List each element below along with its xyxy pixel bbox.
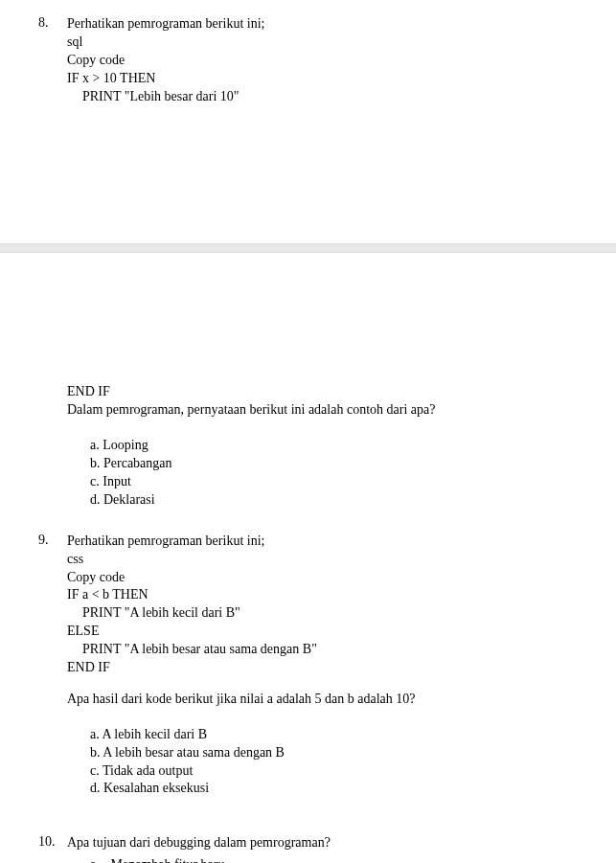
option-text: Menambah fitur baru (111, 857, 225, 863)
question-body: Perhatikan pemrograman berikut ini; css … (67, 533, 578, 799)
copy-code-label: Copy code (67, 52, 578, 70)
code-line: IF x > 10 THEN (67, 70, 578, 88)
code-line: END IF (67, 659, 578, 677)
code-line: IF a < b THEN (67, 586, 578, 604)
question-prompt: Apa hasil dari kode berikut jika nilai a… (67, 691, 578, 709)
question-8: 8. Perhatikan pemrograman berikut ini; s… (67, 15, 578, 105)
code-line: END IF (67, 383, 578, 401)
answer-options: a. A lebih kecil dari B b. A lebih besar… (67, 726, 578, 799)
code-line: ELSE (67, 623, 578, 641)
question-9: 9. Perhatikan pemrograman berikut ini; c… (67, 533, 578, 799)
option-a: a. Looping (90, 437, 578, 455)
question-number: 8. (38, 15, 49, 31)
code-line: PRINT "Lebih besar dari 10" (67, 88, 578, 106)
option-letter: a. (90, 856, 107, 863)
answer-options: a. Looping b. Percabangan c. Input d. De… (67, 437, 578, 510)
option-d: d. Kesalahan eksekusi (90, 780, 578, 798)
question-body: Perhatikan pemrograman berikut ini; sql … (67, 15, 578, 105)
question-body: END IF Dalam pemrograman, pernyataan ber… (67, 383, 578, 509)
option-d: d. Deklarasi (90, 491, 578, 510)
option-a: a. Menambah fitur baru (90, 856, 578, 863)
copy-code-label: Copy code (67, 569, 578, 587)
question-8-continued: END IF Dalam pemrograman, pernyataan ber… (67, 383, 578, 509)
answer-options: a. Menambah fitur baru b. Memperbaiki ke… (67, 856, 578, 863)
spacer (67, 821, 578, 834)
option-c: c. Input (90, 473, 578, 491)
code-lang-label: css (67, 551, 578, 569)
question-10: 10. Apa tujuan dari debugging dalam pemr… (67, 834, 578, 863)
spacer (67, 709, 578, 722)
spacer (67, 268, 578, 383)
spacer (67, 128, 578, 224)
question-intro: Perhatikan pemrograman berikut ini; (67, 533, 578, 551)
option-c: c. Tidak ada output (90, 762, 578, 781)
page-top: 8. Perhatikan pemrograman berikut ini; s… (0, 0, 616, 243)
option-a: a. A lebih kecil dari B (90, 726, 578, 744)
option-b: b. A lebih besar atau sama dengan B (90, 744, 578, 762)
question-number: 10. (38, 834, 56, 850)
code-lang-label: sql (67, 34, 578, 52)
page-bottom: END IF Dalam pemrograman, pernyataan ber… (0, 253, 616, 863)
question-body: Apa tujuan dari debugging dalam pemrogra… (67, 834, 578, 863)
page-gap (0, 243, 616, 253)
question-intro: Perhatikan pemrograman berikut ini; (67, 15, 578, 34)
spacer (67, 420, 578, 433)
code-line: PRINT "A lebih kecil dari B" (67, 604, 578, 623)
spacer (67, 677, 578, 691)
code-line: PRINT "A lebih besar atau sama dengan B" (67, 641, 578, 659)
question-prompt: Dalam pemrograman, pernyataan berikut in… (67, 401, 578, 420)
question-number: 9. (38, 533, 49, 548)
option-b: b. Percabangan (90, 455, 578, 473)
question-prompt: Apa tujuan dari debugging dalam pemrogra… (67, 834, 578, 852)
